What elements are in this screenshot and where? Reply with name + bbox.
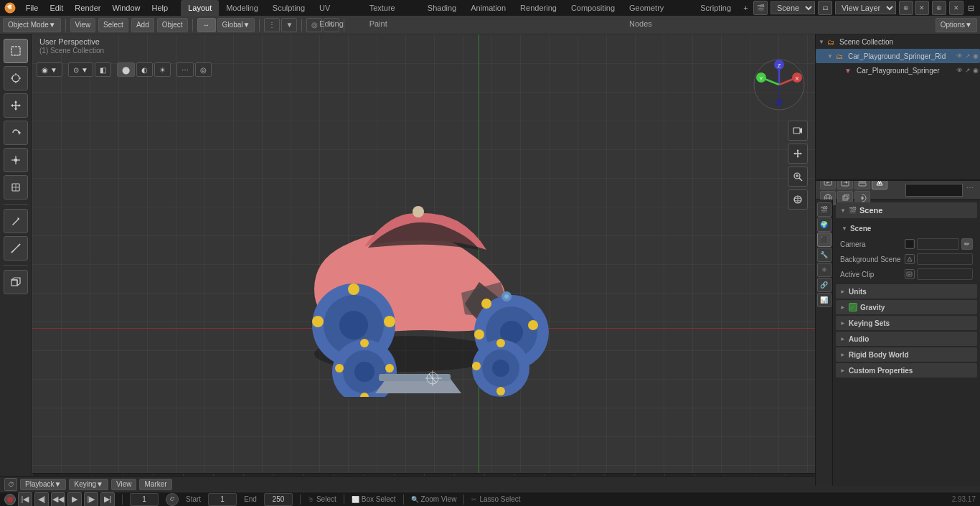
global-btn[interactable]: Global ▼ [217,18,255,32]
audio-section-header[interactable]: ▼ Audio [836,332,977,346]
rotate-view-btn[interactable] [788,189,808,210]
measure-tool-btn[interactable] [4,236,28,261]
car-visibility-btn[interactable]: 👁 [956,67,963,74]
add-menu-btn[interactable]: Add [131,18,154,32]
scene-icon-btn[interactable]: 🎬 [753,1,768,15]
view-menu-btn[interactable]: View [70,18,96,32]
gravity-section-header[interactable]: ▼ ✓ Gravity [836,300,977,314]
props-left-obj-btn[interactable]: ⬛ [817,233,831,247]
menu-edit[interactable]: Edit [44,0,69,16]
tab-shading[interactable]: Shading [420,0,463,16]
prop-icon-render[interactable] [820,181,836,189]
jump-end-btn[interactable]: ▶| [100,492,115,507]
bg-scene-value-field[interactable] [917,253,973,265]
tab-rendering[interactable]: Rendering [513,0,564,16]
frame-clock-btn[interactable]: ⏱ [166,493,179,506]
tab-layout[interactable]: Layout [181,0,219,16]
jump-start-btn[interactable]: |◀ [18,492,32,507]
prop-icon-scene[interactable] [872,181,887,189]
active-clip-value-field[interactable] [917,268,973,280]
camera-view-btn[interactable] [788,121,808,141]
select-tool-btn[interactable] [4,39,28,63]
prop-icon-view-layer[interactable] [854,181,870,189]
props-left-const-btn[interactable]: 🔗 [817,278,831,292]
proportional-toggle-btn[interactable]: ◎ [195,62,212,77]
props-left-scene-btn[interactable]: 🎬 [817,202,831,217]
copy-icon[interactable]: ⊕ [899,1,913,15]
tab-modeling[interactable]: Modeling [219,0,265,16]
material-shading-btn[interactable]: ◐ [136,62,153,77]
car-render-btn[interactable]: ◉ [973,67,979,74]
view-layer-icon-btn[interactable]: 🗂 [818,1,832,15]
tab-compositing[interactable]: Compositing [564,0,622,16]
viewport-overlay-btn[interactable]: ⊙ ▼ [68,62,93,77]
menu-file[interactable]: File [20,0,44,16]
timeline-type-btn[interactable]: ⏱ [4,478,17,491]
props-left-mod-btn[interactable]: 🔧 [817,248,831,262]
tab-uv-editing[interactable]: UV Editing [312,0,362,16]
cursor-tool-btn[interactable] [4,66,28,90]
car-rig-visibility-btn[interactable]: 👁 [956,52,963,60]
tab-animation[interactable]: Animation [463,0,513,16]
tree-scene-collection[interactable]: ▼ 🗂 Scene Collection [816,34,980,49]
menu-render[interactable]: Render [69,0,106,16]
marker-menu-btn[interactable]: Marker [139,479,171,490]
select-menu-btn[interactable]: Select [98,18,128,32]
playback-menu-btn[interactable]: Playback ▼ [20,479,66,490]
keying-menu-btn[interactable]: Keying ▼ [69,479,108,490]
transform-orient-btn[interactable]: ↔ [197,18,216,32]
rigid-body-header[interactable]: ▼ Rigid Body World [836,347,977,362]
menu-window[interactable]: Window [106,0,146,16]
orientation-gizmo[interactable]: Z X Y [750,56,808,113]
play-reverse-btn[interactable]: ◀◀ [51,492,65,507]
record-btn[interactable] [4,494,16,505]
scene-selector[interactable]: Scene [771,1,815,14]
tree-item-car-rig[interactable]: ▼ 🗂 Car_Playground_Springer_Rid 👁 ↗ ◉ [816,49,980,63]
transform-tool-btn[interactable] [4,175,28,200]
units-section-header[interactable]: ▼ Units [836,284,977,299]
step-forward-btn[interactable]: |▶ [84,492,98,507]
pan-view-btn[interactable] [788,144,808,164]
tab-sculpting[interactable]: Sculpting [265,0,312,16]
prop-icon-output[interactable] [837,181,853,189]
car-rig-render-btn[interactable]: ◉ [973,52,979,60]
camera-value-field[interactable] [917,238,959,250]
custom-props-header[interactable]: ▼ Custom Properties [836,363,977,378]
move-tool-btn[interactable] [4,93,28,118]
view-layer-copy-btn[interactable]: ⊕ [932,1,946,15]
viewport-shading-btn[interactable]: ◉ ▼ [37,62,62,77]
view-layer-selector[interactable]: View Layer [835,1,896,14]
view-menu-btn-tl[interactable]: View [111,479,137,490]
scale-tool-btn[interactable] [4,148,28,172]
snap-toggle-btn[interactable]: ⋯ [176,62,194,77]
frame-counter[interactable] [130,493,159,506]
snap-opts-btn[interactable]: ▼ [281,18,297,32]
rendered-shading-btn[interactable]: ☀ [154,62,171,77]
props-left-data-btn[interactable]: 📊 [817,293,831,307]
options-btn[interactable]: Options ▼ [936,18,977,32]
annotate-tool-btn[interactable] [4,209,28,233]
props-options-btn[interactable]: ⋯ [964,184,976,197]
scene-subsection-header[interactable]: ▼ Scene [836,221,977,235]
start-frame-input[interactable] [208,493,237,506]
view-layer-remove-btn[interactable]: ✕ [949,1,963,15]
snap-btn[interactable]: ⋮ [264,18,280,32]
object-mode-btn[interactable]: Object Mode ▼ [3,18,61,32]
object-menu-btn[interactable]: Object [157,18,188,32]
properties-search[interactable] [905,184,963,197]
end-frame-input[interactable] [264,493,293,506]
add-workspace-button[interactable]: + [738,0,753,16]
tree-item-car[interactable]: ▶ ▼ Car_Playground_Springer 👁 ↗ ◉ [816,63,980,78]
camera-edit-btn[interactable]: ✏ [961,238,973,250]
play-btn[interactable]: ▶ [67,492,82,507]
solid-shading-btn[interactable]: ⬤ [117,62,135,77]
car-rig-select-btn[interactable]: ↗ [965,52,971,60]
props-left-world-btn[interactable]: 🌍 [817,217,831,232]
tab-scripting[interactable]: Scripting [693,0,738,16]
xray-btn[interactable]: ◧ [95,62,111,77]
keying-sets-header[interactable]: ▼ Keying Sets [836,316,977,330]
gravity-checkbox[interactable]: ✓ [849,303,857,311]
remove-icon[interactable]: ✕ [915,1,929,15]
rotate-tool-btn[interactable] [4,121,28,145]
tab-texture-paint[interactable]: Texture Paint [362,0,420,16]
